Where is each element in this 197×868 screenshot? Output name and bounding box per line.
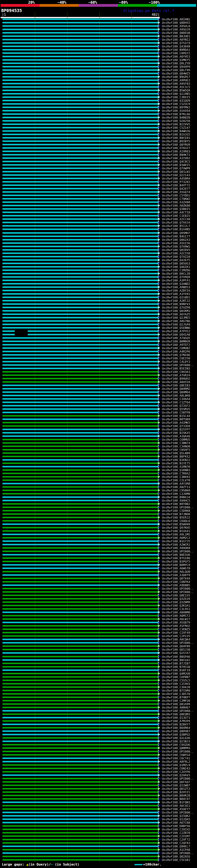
hit-bar[interactable] xyxy=(2,191,158,193)
hit-label[interactable]: UniRef100_B5W5Q9 xyxy=(162,89,190,92)
hit-bar[interactable] xyxy=(2,574,158,576)
alignment-row[interactable]: UniRef100_UPI000.. xyxy=(0,363,197,367)
alignment-row[interactable]: UniRef100_B2B4Y7 xyxy=(0,723,197,726)
hit-label[interactable]: UniRef100_Q3ZX39 xyxy=(162,597,190,600)
hit-label[interactable]: UniRef100_C6N243 xyxy=(162,767,190,770)
alignment-row[interactable]: UniRef100_Q6TV44 xyxy=(0,577,197,580)
hit-label[interactable]: UniRef100_Q84WI5 xyxy=(162,72,190,75)
hit-label[interactable]: UniRef100_C1E825 xyxy=(162,214,190,217)
hit-label[interactable]: UniRef100_Q7UZP8 xyxy=(162,306,190,309)
alignment-row[interactable]: UniRef100_Q9SMH7 xyxy=(0,231,197,235)
hit-label[interactable]: UniRef100_A6LW17 xyxy=(162,617,190,621)
hit-label[interactable]: UniRef100_Q0DEU8 xyxy=(162,31,190,34)
alignment-row[interactable]: UniRef100_A6WS78 xyxy=(0,566,197,570)
hit-label[interactable]: UniRef100_C2ZB78 xyxy=(162,831,190,834)
hit-label[interactable]: UniRef100_Q65J38 xyxy=(162,648,190,651)
hit-label[interactable]: UniRef100_A6M1T2 xyxy=(162,614,190,617)
alignment-row[interactable]: UniRef100_A2XR63 xyxy=(0,150,197,153)
alignment-row[interactable]: UniRef100_Q2LQ36 xyxy=(0,736,197,740)
hit-bar[interactable] xyxy=(2,632,158,633)
hit-label[interactable]: UniRef100_A3PFA1 xyxy=(162,279,190,282)
hit-bar[interactable] xyxy=(2,144,158,145)
alignment-row[interactable]: UniRef100_B5W5Q9 xyxy=(0,89,197,92)
hit-label[interactable]: UniRef100_Q9HEL7 xyxy=(162,845,190,848)
hit-bar[interactable] xyxy=(2,113,158,115)
hit-bar[interactable] xyxy=(2,181,158,183)
hit-label[interactable]: UniRef100_C9XZU6 xyxy=(162,743,190,746)
alignment-row[interactable]: UniRef100_A4IMK5 xyxy=(0,421,197,424)
alignment-row[interactable]: UniRef100_A8H0M8 xyxy=(0,611,197,614)
hit-bar[interactable] xyxy=(2,341,158,342)
hit-bar[interactable] xyxy=(2,513,158,515)
hit-label[interactable]: UniRef100_B9YMV2 xyxy=(162,105,190,109)
hit-label[interactable]: UniRef100_Q8LF99 xyxy=(162,68,190,72)
hit-label[interactable]: UniRef100_B0VR28 xyxy=(162,794,190,797)
alignment-row[interactable]: UniRef100_B5EIN3 xyxy=(0,367,197,370)
hit-bar[interactable] xyxy=(2,327,158,329)
hit-label[interactable]: UniRef100_Q42677 xyxy=(162,187,190,190)
alignment-row[interactable]: UniRef100_B7HKP7 xyxy=(0,695,197,699)
alignment-row[interactable]: UniRef100_C5S5L5 xyxy=(0,679,197,682)
hit-label[interactable]: UniRef100_B7KL66 xyxy=(162,113,190,116)
hit-label[interactable]: UniRef100_B1G7J5 xyxy=(162,539,190,543)
alignment-row[interactable]: UniRef100_A2C558 xyxy=(0,252,197,255)
hit-bar[interactable] xyxy=(2,127,158,128)
hit-bar[interactable] xyxy=(2,402,158,403)
hit-bar[interactable] xyxy=(2,639,158,640)
hit-label[interactable]: UniRef100_B0CE01 xyxy=(162,136,190,140)
hit-bar[interactable] xyxy=(2,361,158,363)
hit-bar[interactable] xyxy=(2,154,158,155)
alignment-row[interactable]: UniRef100_Q5ENN6 xyxy=(0,326,197,330)
alignment-row[interactable]: UniRef100_B1KF19 xyxy=(0,669,197,672)
alignment-row[interactable]: UniRef100_B9RDA1 xyxy=(0,48,197,52)
hit-label[interactable]: UniRef100_C6E250 xyxy=(162,356,190,360)
hit-label[interactable]: UniRef100_B1SC44 xyxy=(162,414,190,417)
hit-bar[interactable] xyxy=(2,351,158,352)
hit-label[interactable]: UniRef100_A2CCX8 xyxy=(162,217,190,221)
hit-label[interactable]: UniRef100_A9SUL8 xyxy=(162,24,190,28)
hit-label[interactable]: UniRef100_Q0IKM1 xyxy=(162,309,190,313)
alignment-row[interactable]: UniRef100_Q9HEL7 xyxy=(0,845,197,848)
hit-label[interactable]: UniRef100_C1ZT64 xyxy=(162,401,190,404)
alignment-row[interactable]: UniRef100_Q7UZP8 xyxy=(0,306,197,309)
hit-label[interactable]: UniRef100_Q5ENN6 xyxy=(162,326,190,330)
alignment-row[interactable]: UniRef100_Q42677 xyxy=(0,187,197,190)
hit-label[interactable]: UniRef100_A1CPA8 xyxy=(162,848,190,851)
alignment-row[interactable]: UniRef100_Q2JME5 xyxy=(0,316,197,319)
alignment-row[interactable]: UniRef100_C2XF49 xyxy=(0,631,197,634)
hit-label[interactable]: UniRef100_D0BYS6 xyxy=(162,824,190,828)
hit-bar[interactable] xyxy=(2,598,158,599)
hit-bar[interactable] xyxy=(2,608,158,610)
hit-label[interactable]: UniRef100_Q01LW1 xyxy=(162,170,190,173)
hit-label[interactable]: UniRef100_A2BYZ4 xyxy=(162,289,190,292)
hit-bar[interactable] xyxy=(2,731,158,732)
alignment-row[interactable]: UniRef100_A3IVD2 xyxy=(0,156,197,160)
hit-bar[interactable] xyxy=(2,479,158,481)
hit-bar[interactable] xyxy=(2,184,158,186)
hit-bar[interactable] xyxy=(2,73,158,74)
alignment-row[interactable]: UniRef100_C3XCH2 xyxy=(0,828,197,831)
alignment-row[interactable]: UniRef100_C3BN74 xyxy=(0,441,197,445)
alignment-row[interactable]: UniRef100_C9S0K0 xyxy=(0,489,197,492)
hit-bar[interactable] xyxy=(2,117,158,118)
alignment-row[interactable]: UniRef100_UPI000.. xyxy=(0,811,197,814)
hit-label[interactable]: UniRef100_C3H4J0 xyxy=(162,685,190,689)
hit-label[interactable]: UniRef100_B1XX41 xyxy=(162,529,190,533)
hit-label[interactable]: UniRef100_C2XF49 xyxy=(162,631,190,634)
hit-label[interactable]: UniRef100_Q1MZL9 xyxy=(162,763,190,767)
hit-bar[interactable] xyxy=(2,791,158,793)
alignment-row[interactable]: UniRef100_B9T0B2 xyxy=(0,502,197,505)
hit-bar[interactable] xyxy=(2,19,158,20)
hit-label[interactable]: UniRef100_Q94IA8 xyxy=(162,333,190,336)
hit-bar[interactable] xyxy=(2,829,158,830)
hit-label[interactable]: UniRef100_C6WYG4 xyxy=(162,753,190,756)
alignment-row[interactable]: UniRef100_A0L0K8 xyxy=(0,394,197,397)
hit-bar[interactable] xyxy=(2,771,158,773)
hit-label[interactable]: UniRef100_A5GQ74 xyxy=(162,190,190,194)
hit-bar[interactable] xyxy=(2,422,158,423)
hit-label[interactable]: UniRef100_Q8PH87 xyxy=(162,730,190,733)
hit-bar[interactable] xyxy=(2,852,158,854)
hit-label[interactable]: UniRef100_O78327 xyxy=(162,146,190,150)
hit-label[interactable]: UniRef100_Q42675 xyxy=(162,258,190,262)
alignment-row[interactable]: UniRef100_B5ERJ2 xyxy=(0,516,197,519)
